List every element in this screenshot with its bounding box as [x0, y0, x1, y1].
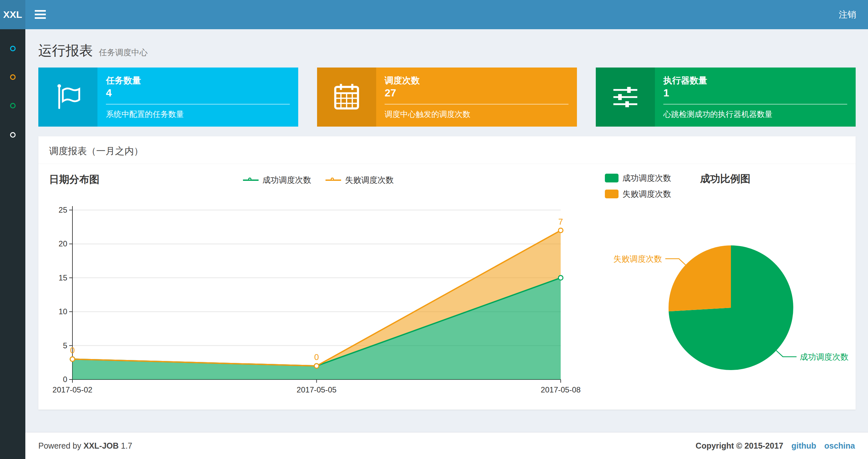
success-ratio-pie-chart: 成功调度次数失败调度次数 — [633, 210, 845, 392]
legend-label: 成功调度次数 — [622, 173, 671, 184]
sidebar-item-4[interactable] — [0, 123, 25, 146]
svg-text:10: 10 — [59, 307, 67, 316]
legend-label: 失败调度次数 — [622, 189, 671, 199]
powered-by-text: Powered by — [38, 441, 81, 450]
line-circle-marker-icon — [243, 177, 258, 183]
sidebar-item-2[interactable] — [0, 66, 25, 88]
line-chart-legend: 成功调度次数 失败调度次数 — [52, 175, 585, 185]
top-navbar: XXL 注销 — [0, 0, 868, 29]
svg-text:25: 25 — [59, 205, 67, 214]
page-title: 运行报表 — [38, 43, 93, 58]
report-panel: 调度报表（一月之内） 日期分布图 成功调度次数 失败调度次数 051015202… — [38, 136, 856, 409]
swatch-icon — [605, 174, 619, 183]
svg-text:成功调度次数: 成功调度次数 — [800, 352, 848, 361]
footer: Powered by XXL-JOB 1.7 Copyright © 2015-… — [25, 432, 868, 459]
sidebar-item-3[interactable] — [0, 94, 25, 117]
legend-item-success[interactable]: 成功调度次数 — [243, 175, 311, 185]
page-subtitle: 任务调度中心 — [99, 48, 148, 57]
info-box-value: 1 — [663, 87, 669, 99]
info-box-label: 任务数量 — [106, 75, 141, 86]
circle-icon — [10, 132, 16, 138]
divider — [663, 104, 847, 104]
circle-icon — [10, 103, 16, 108]
sidebar-item-1[interactable] — [0, 37, 25, 60]
footer-copyright: Copyright © 2015-2017 github oschina — [695, 432, 855, 459]
info-box-description: 系统中配置的任务数量 — [106, 109, 184, 120]
product-version: 1.7 — [121, 441, 132, 450]
copyright-text: Copyright © 2015-2017 — [695, 441, 783, 450]
oschina-link[interactable]: oschina — [825, 441, 855, 450]
info-box-job-count: 任务数量 4 系统中配置的任务数量 — [38, 67, 298, 127]
footer-powered-by: Powered by XXL-JOB 1.7 — [38, 432, 132, 459]
svg-text:2017-05-08: 2017-05-08 — [541, 385, 581, 394]
svg-text:7: 7 — [558, 217, 563, 227]
svg-text:0: 0 — [63, 375, 67, 384]
panel-title: 调度报表（一月之内） — [49, 145, 143, 158]
sidebar-toggle-button[interactable] — [25, 0, 55, 29]
legend-item-success[interactable]: 成功调度次数 — [605, 173, 671, 184]
divider — [106, 104, 290, 104]
info-box-description: 调度中心触发的调度次数 — [384, 109, 470, 120]
svg-text:0: 0 — [70, 346, 75, 355]
svg-text:失败调度次数: 失败调度次数 — [613, 254, 662, 263]
info-box-value: 27 — [384, 87, 396, 99]
page-header: 运行报表 任务调度中心 — [38, 41, 148, 60]
info-box-executor-count: 执行器数量 1 心跳检测成功的执行器机器数量 — [596, 67, 856, 127]
sliders-icon — [596, 67, 655, 127]
app-logo[interactable]: XXL — [0, 0, 25, 29]
legend-label: 失败调度次数 — [345, 175, 394, 185]
pie-chart-title: 成功比例图 — [700, 172, 750, 186]
product-name: XXL-JOB — [84, 441, 119, 450]
swatch-icon — [605, 190, 619, 198]
circle-icon — [10, 46, 16, 51]
divider — [38, 164, 856, 164]
calendar-icon — [317, 67, 376, 127]
github-link[interactable]: github — [791, 441, 816, 450]
hamburger-icon — [35, 10, 46, 19]
pie-chart-legend: 成功调度次数 失败调度次数 — [605, 173, 671, 204]
info-box-label: 调度次数 — [384, 75, 420, 86]
info-box-label: 执行器数量 — [663, 75, 707, 86]
flag-icon — [38, 67, 97, 127]
sidebar — [0, 29, 25, 459]
logout-link[interactable]: 注销 — [827, 0, 868, 29]
circle-icon — [10, 74, 16, 80]
info-box-description: 心跳检测成功的执行器机器数量 — [663, 109, 773, 120]
legend-label: 成功调度次数 — [262, 175, 311, 185]
svg-text:0: 0 — [314, 352, 319, 362]
svg-text:15: 15 — [59, 273, 67, 282]
info-box-value: 4 — [106, 87, 112, 99]
svg-text:2017-05-02: 2017-05-02 — [53, 385, 93, 394]
divider — [384, 104, 568, 104]
svg-text:20: 20 — [59, 239, 67, 248]
info-box-trigger-count: 调度次数 27 调度中心触发的调度次数 — [317, 67, 577, 127]
legend-item-fail[interactable]: 失败调度次数 — [605, 189, 671, 199]
line-circle-marker-icon — [326, 177, 341, 183]
legend-item-fail[interactable]: 失败调度次数 — [326, 175, 394, 185]
date-distribution-area-chart: 05101520252017-05-022017-05-052017-05-08… — [52, 203, 585, 401]
svg-text:2017-05-05: 2017-05-05 — [297, 385, 337, 394]
svg-text:5: 5 — [63, 341, 67, 350]
